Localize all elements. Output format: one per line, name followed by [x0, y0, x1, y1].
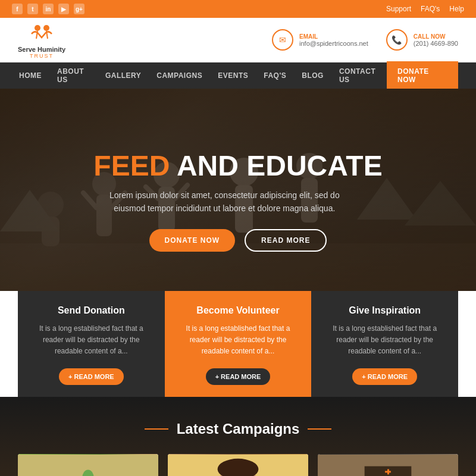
campaign-card-0: 15% — [18, 454, 158, 476]
campaign-svg-0 — [18, 454, 158, 476]
help-link[interactable]: Help — [449, 5, 464, 13]
svg-point-1 — [43, 25, 49, 31]
logo-name: Serve Huminity — [18, 46, 65, 53]
card-text-2: It is a long established fact that a rea… — [324, 323, 445, 358]
campaigns-section-title: Latest Campaigns — [177, 421, 300, 437]
campaign-card-2: 12% Building hospital It is a long estab… — [318, 454, 458, 476]
gplus-icon[interactable]: g+ — [74, 4, 84, 14]
hero-description: Lorem ipsum dolor sit amet, consectetur … — [93, 189, 355, 215]
nav-about[interactable]: ABOUT US — [50, 62, 97, 89]
hero-buttons: DONATE NOW READ MORE — [93, 229, 382, 252]
hero-read-more-button[interactable]: READ MORE — [245, 229, 327, 252]
youtube-icon[interactable]: ▶ — [58, 4, 69, 14]
nav-events[interactable]: EVENTS — [211, 62, 255, 89]
nav-donate-button[interactable]: DONATE NOW — [387, 61, 458, 90]
campaign-img-1: 85% — [168, 454, 308, 476]
campaign-svg-1 — [168, 454, 308, 476]
call-value: (201) 4669-890 — [414, 40, 458, 47]
top-bar: f t in ▶ g+ Support FAQ's Help — [0, 0, 476, 18]
campaign-img-2: 12% — [318, 454, 458, 476]
hero-title-orange: FEED — [93, 150, 170, 181]
card-title-0: Send Donation — [31, 305, 152, 316]
svg-point-0 — [35, 25, 40, 31]
top-nav-links: Support FAQ's Help — [386, 5, 464, 13]
card-text-0: It is a long established fact that a rea… — [31, 323, 152, 358]
campaigns-section: Latest Campaigns 15% — [0, 397, 476, 476]
card-title-1: Become Volunteer — [178, 305, 299, 316]
nav-home[interactable]: HOME — [12, 62, 49, 89]
card-become-volunteer: Become Volunteer It is a long establishe… — [165, 291, 312, 397]
facebook-icon[interactable]: f — [12, 4, 23, 14]
campaigns-grid: 15% — [18, 454, 458, 476]
logo-image — [26, 21, 58, 46]
card-give-inspiration: Give Inspiration It is a long establishe… — [311, 291, 458, 397]
email-contact: ✉ EMAIL info@spidertricoons.net — [272, 29, 368, 51]
nav-faq[interactable]: FAQ'S — [256, 62, 293, 89]
call-label: CALL NOW — [414, 33, 458, 40]
title-line-left — [145, 428, 168, 430]
card-send-donation: Send Donation It is a long established f… — [18, 291, 165, 397]
twitter-icon[interactable]: t — [27, 4, 38, 14]
nav-campaigns[interactable]: CAMPAIGNS — [149, 62, 209, 89]
campaign-svg-2 — [318, 454, 458, 476]
phone-icon: 📞 — [386, 29, 408, 51]
header-contact: ✉ EMAIL info@spidertricoons.net 📞 CALL N… — [272, 29, 458, 51]
card-btn-1[interactable]: + READ MORE — [206, 368, 271, 385]
hero-title-white: AND EDUCATE — [170, 150, 382, 181]
hero-title: FEED AND EDUCATE — [93, 152, 382, 180]
nav-blog[interactable]: BLOG — [295, 62, 331, 89]
campaign-card-1: 85% — [168, 454, 308, 476]
email-icon: ✉ — [272, 29, 293, 51]
email-value: info@spidertricoons.net — [299, 40, 368, 47]
cards-section: Send Donation It is a long established f… — [0, 291, 476, 397]
email-label: EMAIL — [299, 33, 368, 40]
hero-donate-button[interactable]: DONATE NOW — [149, 229, 235, 252]
svg-rect-52 — [387, 469, 389, 474]
nav-gallery[interactable]: GALLERY — [98, 62, 148, 89]
card-title-2: Give Inspiration — [324, 305, 445, 316]
support-link[interactable]: Support — [386, 5, 411, 13]
logo[interactable]: Serve Huminity TRUST — [18, 21, 65, 59]
faq-link[interactable]: FAQ's — [421, 5, 440, 13]
social-links: f t in ▶ g+ — [12, 4, 84, 14]
nav-links: HOME ABOUT US GALLERY CAMPAIGNS EVENTS F… — [12, 62, 387, 89]
title-line-right — [308, 428, 331, 430]
hero-section: FEED AND EDUCATE Lorem ipsum dolor sit a… — [0, 89, 476, 315]
main-nav: HOME ABOUT US GALLERY CAMPAIGNS EVENTS F… — [0, 62, 476, 89]
card-btn-0[interactable]: + READ MORE — [59, 368, 124, 385]
campaigns-title-wrap: Latest Campaigns — [18, 421, 458, 437]
campaign-img-0: 15% — [18, 454, 158, 476]
hero-content: FEED AND EDUCATE Lorem ipsum dolor sit a… — [93, 152, 382, 252]
logo-subtitle: TRUST — [30, 53, 54, 59]
nav-contact[interactable]: CONTACT US — [332, 62, 387, 89]
card-btn-2[interactable]: + READ MORE — [352, 368, 417, 385]
card-text-1: It is a long established fact that a rea… — [178, 323, 299, 358]
header: Serve Huminity TRUST ✉ EMAIL info@spider… — [0, 18, 476, 62]
phone-contact: 📞 CALL NOW (201) 4669-890 — [386, 29, 458, 51]
linkedin-icon[interactable]: in — [43, 4, 54, 14]
